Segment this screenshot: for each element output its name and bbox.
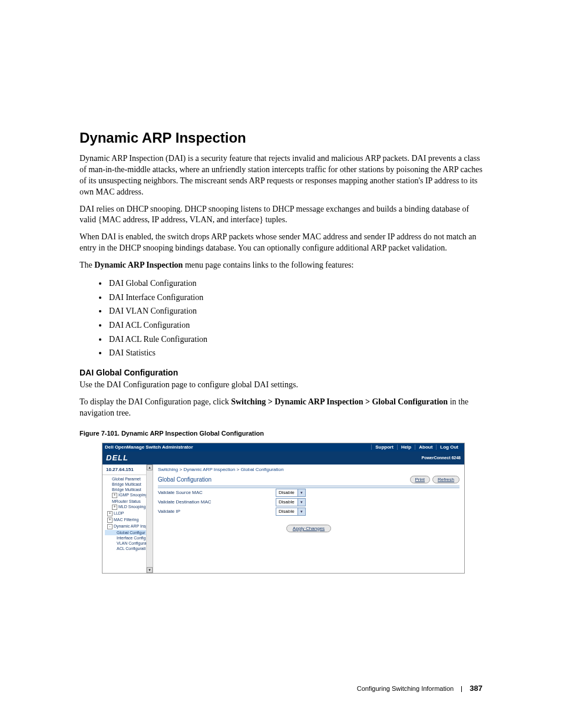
nav-tree-item[interactable]: +MAC Filtering: [105, 517, 153, 523]
nav-tree-item[interactable]: Global Paramet: [105, 476, 153, 482]
form-label: Validate Destination MAC: [158, 499, 276, 505]
list-item: DAI ACL Rule Configuration: [108, 333, 482, 346]
nav-tree: Global ParametBridge MulticastBridge Mul…: [103, 475, 153, 552]
breadcrumb-link[interactable]: Dynamic ARP Inspection: [183, 467, 235, 472]
form-label: Validate IP: [158, 509, 276, 514]
select-dropdown[interactable]: Disable▾: [276, 498, 306, 506]
nav-tree-item[interactable]: ACL Configurati: [105, 546, 153, 551]
chevron-down-icon[interactable]: ▾: [297, 508, 305, 515]
nav-tree-label: LLDP: [114, 511, 124, 515]
intro-paragraph-1: Dynamic ARP Inspection (DAI) is a securi…: [80, 153, 482, 198]
nav-tree-label: Global Configur: [117, 531, 146, 535]
nav-tree-label: Bridge Multicast: [112, 482, 141, 486]
subsection-paragraph-1: Use the DAI Configuration page to config…: [80, 380, 482, 391]
nav-tree-item[interactable]: -Dynamic ARP Insp: [105, 523, 153, 530]
page-number: 387: [470, 684, 482, 693]
text-run: menu page contains links to the followin…: [183, 261, 353, 269]
form-row: Validate Source MACDisable▾: [158, 488, 459, 498]
select-dropdown[interactable]: Disable▾: [276, 508, 306, 516]
section-heading: Dynamic ARP Inspection: [80, 130, 482, 146]
nav-tree-item[interactable]: +IGMP Snooping: [105, 492, 153, 499]
nav-tree-item[interactable]: VLAN Configura: [105, 541, 153, 546]
breadcrumb: Switching > Dynamic ARP Inspection > Glo…: [158, 467, 459, 472]
navigation-instruction: To display the DAI Configuration page, c…: [80, 397, 482, 419]
text-run-bold: Dynamic ARP Inspection: [94, 261, 183, 269]
breadcrumb-link[interactable]: Switching: [158, 467, 178, 472]
list-item: DAI Global Configuration: [108, 277, 482, 290]
nav-tree-label: MLD Snooping: [118, 505, 146, 509]
intro-paragraph-2: DAI relies on DHCP snooping. DHCP snoopi…: [80, 204, 482, 226]
chevron-down-icon[interactable]: ▾: [297, 499, 305, 506]
expand-icon[interactable]: +: [107, 511, 113, 516]
breadcrumb-current: Global Configuration: [240, 467, 283, 472]
help-link[interactable]: Help: [397, 444, 415, 450]
intro-paragraph-3: When DAI is enabled, the switch drops AR…: [80, 232, 482, 254]
select-dropdown[interactable]: Disable▾: [276, 489, 306, 497]
menu-intro-line: The Dynamic ARP Inspection menu page con…: [80, 260, 482, 271]
form-row: Validate IPDisable▾: [158, 507, 459, 516]
text-run-bold: Switching > Dynamic ARP Inspection > Glo…: [231, 397, 448, 406]
nav-tree-item[interactable]: MRouter Status: [105, 499, 153, 504]
footer-section-title: Configuring Switching Information: [357, 685, 454, 692]
main-panel: Switching > Dynamic ARP Inspection > Glo…: [153, 465, 464, 573]
nav-tree-label: MAC Filtering: [114, 518, 138, 522]
scroll-up-icon[interactable]: ▲: [147, 465, 153, 470]
nav-tree-label: MRouter Status: [112, 499, 141, 503]
nav-tree-item[interactable]: Bridge Multicast: [105, 487, 153, 492]
list-item: DAI ACL Configuration: [108, 319, 482, 332]
dell-logo: DELL: [106, 453, 128, 462]
titlebar-links: Support Help About Log Out: [371, 444, 462, 450]
select-value: Disable: [276, 490, 297, 495]
form-label: Validate Source MAC: [158, 490, 276, 495]
expand-icon[interactable]: +: [112, 493, 117, 498]
chevron-down-icon[interactable]: ▾: [297, 489, 305, 496]
subsection-heading: DAI Global Configuration: [80, 368, 482, 377]
list-item: DAI VLAN Configuration: [108, 305, 482, 318]
select-value: Disable: [276, 499, 297, 505]
about-link[interactable]: About: [415, 444, 436, 450]
logout-link[interactable]: Log Out: [436, 444, 462, 450]
text-run: To display the DAI Configuration page, c…: [80, 397, 231, 406]
form-row: Validate Destination MACDisable▾: [158, 498, 459, 507]
nav-tree-label: Dynamic ARP Insp: [114, 524, 148, 528]
text-run: The: [80, 261, 94, 269]
device-ip: 10.27.64.151: [103, 465, 153, 475]
nav-tree-item[interactable]: Global Configur: [105, 530, 153, 535]
apply-changes-button[interactable]: Apply Changes: [286, 525, 331, 532]
window-title: Dell OpenManage Switch Administrator: [105, 444, 193, 450]
embedded-screenshot: Dell OpenManage Switch Administrator Sup…: [102, 443, 465, 574]
navigation-sidebar: 10.27.64.151 Global ParametBridge Multic…: [103, 465, 153, 573]
nav-tree-item[interactable]: Interface Config: [105, 535, 153, 541]
figure-caption: Figure 7-101. Dynamic ARP Inspection Glo…: [80, 430, 482, 437]
window-titlebar: Dell OpenManage Switch Administrator Sup…: [103, 443, 464, 452]
nav-tree-label: VLAN Configura: [117, 541, 147, 545]
support-link[interactable]: Support: [371, 444, 397, 450]
nav-tree-label: ACL Configurati: [117, 546, 146, 551]
feature-list: DAI Global Configuration DAI Interface C…: [80, 277, 482, 360]
select-value: Disable: [276, 509, 297, 514]
logo-bar: DELL PowerConnect 6248: [103, 452, 464, 465]
expand-icon[interactable]: +: [107, 518, 113, 523]
refresh-button[interactable]: Refresh: [432, 476, 459, 483]
scroll-down-icon[interactable]: ▼: [147, 567, 153, 573]
nav-tree-item[interactable]: +MLD Snooping: [105, 504, 153, 510]
list-item: DAI Interface Configuration: [108, 291, 482, 304]
nav-tree-label: Global Paramet: [112, 477, 141, 481]
nav-tree-label: Bridge Multicast: [112, 487, 141, 492]
nav-tree-label: Interface Config: [117, 536, 146, 540]
page-footer: Configuring Switching Information 387: [357, 684, 482, 693]
product-name: PowerConnect 6248: [421, 456, 461, 460]
nav-tree-item[interactable]: Bridge Multicast: [105, 482, 153, 487]
collapse-icon[interactable]: -: [107, 524, 113, 529]
panel-title: Global Configuration: [158, 476, 211, 483]
nav-tree-label: IGMP Snooping: [118, 493, 147, 497]
nav-tree-item[interactable]: +LLDP: [105, 510, 153, 517]
expand-icon[interactable]: +: [112, 505, 117, 510]
print-button[interactable]: Print: [410, 476, 430, 483]
sidebar-scrollbar[interactable]: ▲ ▼: [146, 465, 153, 573]
list-item: DAI Statistics: [108, 347, 482, 360]
